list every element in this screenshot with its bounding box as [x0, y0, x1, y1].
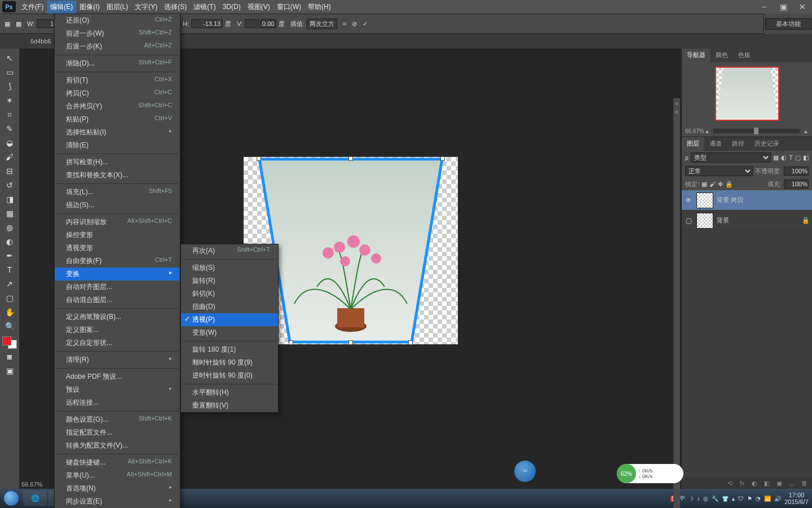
- tab-color[interactable]: 颜色: [710, 49, 733, 62]
- delete-layer-icon[interactable]: 🗑: [800, 480, 809, 487]
- menu-item[interactable]: 自动混合图层...: [55, 294, 180, 306]
- submenu-item[interactable]: 扭曲(D): [181, 300, 278, 313]
- filter-shape-icon[interactable]: ▢: [795, 154, 801, 161]
- color-swatch[interactable]: [2, 336, 17, 349]
- tray-expand-icon[interactable]: ▴: [732, 496, 735, 502]
- tab-layers[interactable]: 图层: [682, 137, 704, 151]
- tab-channels[interactable]: 通道: [704, 137, 727, 151]
- layer-filter-kind[interactable]: 类型: [691, 152, 771, 163]
- lock-trans-icon[interactable]: ▦: [701, 181, 707, 188]
- filter-smart-icon[interactable]: ◧: [803, 154, 809, 161]
- menu-item[interactable]: 操控变形: [55, 229, 180, 242]
- menu-item[interactable]: 定义图案...: [55, 323, 180, 336]
- type-tool-icon[interactable]: T: [3, 264, 16, 276]
- filter-image-icon[interactable]: ▦: [773, 154, 779, 161]
- tray-note-icon[interactable]: ♪: [697, 496, 700, 502]
- submenu-item[interactable]: 透视(P): [181, 313, 278, 326]
- zoom-in-icon[interactable]: ▲: [803, 128, 809, 134]
- menu-item[interactable]: 还原(O)Ctrl+Z: [55, 14, 180, 27]
- navigator-thumb[interactable]: [715, 67, 779, 121]
- eraser-tool-icon[interactable]: ◨: [3, 193, 16, 205]
- skew-v-input[interactable]: [245, 19, 276, 28]
- eyedropper-tool-icon[interactable]: ✎: [3, 122, 16, 135]
- doc-tab-0[interactable]: 6d4bb6: [25, 36, 58, 47]
- menu-item[interactable]: 变换: [55, 268, 180, 281]
- stamp-tool-icon[interactable]: ⊟: [3, 165, 16, 177]
- menu-item[interactable]: Adobe PDF 预设...: [55, 370, 180, 383]
- transform-handle[interactable]: [257, 156, 261, 161]
- menu-item[interactable]: 拷贝(C)Ctrl+C: [55, 87, 180, 100]
- layer-row[interactable]: ▢ 背景 🔒: [682, 211, 812, 231]
- menu-item[interactable]: 自由变换(F)Ctrl+T: [55, 255, 180, 268]
- blur-tool-icon[interactable]: ◍: [3, 221, 16, 234]
- menu-item[interactable]: 剪切(T)Ctrl+X: [55, 74, 180, 87]
- menu-item[interactable]: 查找和替换文本(X)...: [55, 169, 180, 182]
- layer-row[interactable]: 👁 背景 拷贝: [682, 190, 812, 211]
- menu-item[interactable]: 前进一步(W)Shift+Ctrl+Z: [55, 27, 180, 40]
- menu-item[interactable]: 定义画笔预设(B)...: [55, 310, 180, 323]
- layer-thumb[interactable]: [696, 213, 713, 229]
- window-maximize[interactable]: ▣: [774, 0, 793, 14]
- new-layer-icon[interactable]: ◡: [787, 480, 796, 487]
- opacity-input[interactable]: [784, 167, 809, 176]
- taskbar-item-browser[interactable]: 🌐: [23, 491, 47, 506]
- visibility-icon[interactable]: ▢: [684, 217, 693, 225]
- tray-vol-icon[interactable]: 🔊: [774, 496, 781, 502]
- path-select-icon[interactable]: ↗: [3, 278, 16, 290]
- ime-lang[interactable]: 中: [679, 494, 685, 502]
- menu-item[interactable]: 粘贴(P)Ctrl+V: [55, 113, 180, 126]
- adjustment-icon[interactable]: ◧: [762, 480, 771, 487]
- warp-mode-icon[interactable]: ⌗: [343, 20, 346, 28]
- tray-clock[interactable]: 17:002015/6/7: [784, 492, 809, 505]
- menu-item[interactable]: 拼写检查(H)...: [55, 156, 180, 169]
- menu-item[interactable]: 内容识别缩放Alt+Shift+Ctrl+C: [55, 216, 180, 229]
- menu-item[interactable]: 渐隐(D)...Shift+Ctrl+F: [55, 57, 180, 70]
- history-brush-icon[interactable]: ↺: [3, 179, 16, 191]
- tab-navigator[interactable]: 导航器: [682, 49, 710, 62]
- menu-item[interactable]: 菜单(U)...Alt+Shift+Ctrl+M: [55, 469, 180, 482]
- menu-item[interactable]: 同步设置(E): [55, 495, 180, 508]
- menu-file[interactable]: 文件(F): [18, 1, 47, 14]
- panel-collapse-column[interactable]: ≡≡: [673, 98, 680, 508]
- submenu-item[interactable]: 斜切(K): [181, 287, 278, 300]
- tray-disk-icon[interactable]: ◔: [756, 496, 761, 502]
- layer-thumb[interactable]: [696, 192, 713, 208]
- submenu-item[interactable]: 顺时针旋转 90 度(9): [181, 356, 278, 369]
- blend-mode-select[interactable]: 正常: [685, 166, 753, 176]
- zoom-slider[interactable]: [713, 129, 800, 133]
- tab-history[interactable]: 历史记录: [749, 137, 784, 151]
- start-button[interactable]: [0, 489, 23, 508]
- menu-item[interactable]: 填充(L)...Shift+F5: [55, 186, 180, 199]
- skew-h-input[interactable]: [191, 19, 223, 28]
- hand-tool-icon[interactable]: ✋: [3, 306, 16, 318]
- zoom-out-icon[interactable]: ▲: [704, 128, 710, 134]
- window-close[interactable]: ✕: [793, 0, 812, 14]
- submenu-item[interactable]: 旋转 180 度(1): [181, 343, 278, 356]
- menu-window[interactable]: 窗口(W): [273, 1, 304, 14]
- pen-tool-icon[interactable]: ✒: [3, 249, 16, 262]
- visibility-icon[interactable]: 👁: [684, 196, 693, 204]
- shape-tool-icon[interactable]: ▢: [3, 292, 16, 304]
- menu-item[interactable]: 远程连接...: [55, 396, 180, 409]
- fx-icon[interactable]: fx: [738, 480, 747, 487]
- wand-tool-icon[interactable]: ✶: [3, 94, 16, 107]
- menu-image[interactable]: 图像(I): [76, 1, 103, 14]
- menu-item[interactable]: 描边(S)...: [55, 199, 180, 212]
- zoom-tool-icon[interactable]: 🔍: [3, 320, 16, 332]
- filter-type-icon[interactable]: T: [789, 154, 793, 161]
- marquee-tool-icon[interactable]: ▭: [3, 66, 16, 78]
- transform-ref-icon[interactable]: ▩: [16, 20, 21, 28]
- tab-paths[interactable]: 路径: [727, 137, 749, 151]
- menu-item[interactable]: 键盘快捷键...Alt+Shift+Ctrl+K: [55, 456, 180, 469]
- submenu-item[interactable]: 水平翻转(H): [181, 386, 278, 399]
- menu-3d[interactable]: 3D(D): [219, 1, 244, 12]
- menu-item[interactable]: 转换为配置文件(V)...: [55, 439, 180, 452]
- transform-handle[interactable]: [289, 340, 293, 345]
- submenu-item[interactable]: 变形(W): [181, 326, 278, 339]
- tray-tool-icon[interactable]: 🔧: [712, 496, 718, 502]
- link-layers-icon[interactable]: ⟲: [725, 480, 734, 487]
- submenu-item[interactable]: 逆时针旋转 90 度(0): [181, 369, 278, 382]
- tab-swatches[interactable]: 色板: [733, 49, 756, 62]
- transform-handle[interactable]: [440, 156, 445, 161]
- lock-all-icon[interactable]: 🔒: [725, 181, 733, 188]
